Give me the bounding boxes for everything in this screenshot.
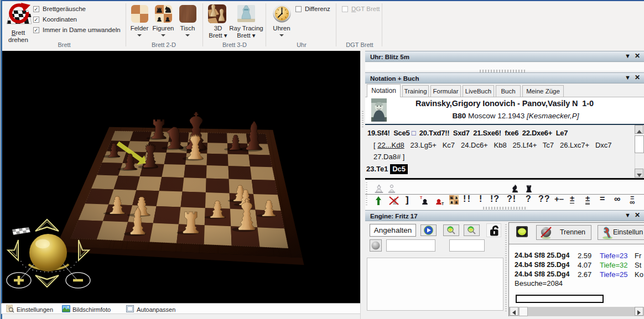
svg-text:T: T bbox=[442, 202, 444, 206]
svg-text:T: T bbox=[420, 196, 423, 200]
